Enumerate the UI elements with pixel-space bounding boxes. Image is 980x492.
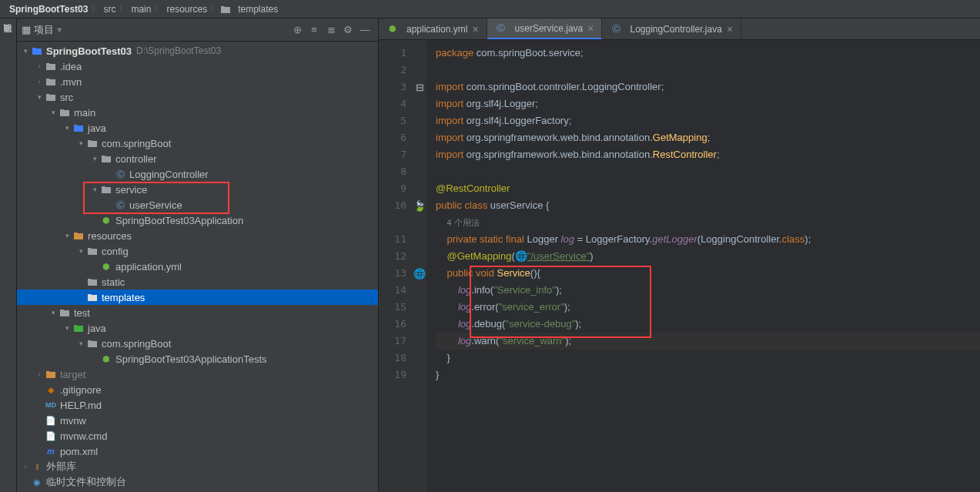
spring-icon: ⬢ (100, 260, 112, 273)
sidebar-header: ▦项目 ▾ ⊕ ≡ ≣ ⚙ — (17, 18, 378, 42)
spring-icon: ⬢ (100, 214, 112, 226)
spring-gutter-icon[interactable]: 🍃 (413, 197, 426, 214)
folder-icon (59, 106, 71, 119)
tree-node-templates[interactable]: templates (17, 290, 378, 305)
maven-icon: m (45, 445, 57, 457)
tree-node-java[interactable]: ▾java (17, 120, 378, 136)
tab-user-service[interactable]: ⒸuserService.java× (487, 18, 603, 39)
tree-node-test[interactable]: ▾test (17, 305, 378, 320)
test-folder-icon (72, 322, 85, 334)
web-gutter-icon[interactable]: 🌐 (413, 265, 426, 282)
tree-node-pkg[interactable]: ▾com.springBoot (17, 136, 378, 151)
tree-node-service[interactable]: ▾service (17, 182, 378, 197)
class-icon: Ⓒ (495, 22, 507, 35)
tab-application-yml[interactable]: ⬢application.yml× (379, 18, 487, 39)
close-icon[interactable]: × (472, 23, 478, 35)
tree-node-resources[interactable]: ▾resources (17, 228, 378, 243)
folder-icon (219, 3, 232, 15)
code-editor[interactable]: 12345678910111213141516171819 ⊟ 🍃 🌐 pack… (379, 40, 980, 492)
project-sidebar: ▦项目 ▾ ⊕ ≡ ≣ ⚙ — ▾SpringBootTest03D:\Spri… (17, 18, 379, 492)
package-icon (100, 152, 112, 165)
tree-node-main[interactable]: ▾main (17, 105, 378, 120)
editor-tabs: ⬢application.yml× ⒸuserService.java× ⒸLo… (379, 18, 980, 40)
tree-leaf-logging-controller[interactable]: ⒸLoggingController (17, 166, 378, 182)
tree-leaf-mvnw[interactable]: 📄mvnw (17, 413, 378, 428)
scratch-icon: ◉ (31, 476, 43, 488)
spring-icon: ⬢ (386, 23, 399, 35)
tree-node-target[interactable]: ›target (17, 366, 378, 382)
package-icon (100, 183, 112, 196)
tree-leaf-help[interactable]: MDHELP.md (17, 397, 378, 413)
file-icon: 📄 (45, 430, 57, 442)
tree-leaf-app-tests[interactable]: ⬢SpringBootTest03ApplicationTests (17, 351, 378, 366)
expand-icon[interactable]: ≡ (306, 22, 323, 38)
tree-node-idea[interactable]: ›.idea (17, 59, 378, 74)
project-tool-icon[interactable]: ▦ (2, 22, 12, 32)
file-icon: 📄 (45, 414, 57, 427)
collapse-icon[interactable]: ≣ (323, 22, 339, 38)
folder-icon (45, 60, 57, 72)
project-tool-label[interactable]: 项目 (2, 35, 15, 45)
tree-external-libs[interactable]: ›⦀外部库 (17, 459, 378, 474)
libraries-icon: ⦀ (31, 460, 43, 473)
editor-gutter: ⊟ 🍃 🌐 (413, 40, 426, 492)
tree-node-test-pkg[interactable]: ▾com.springBoot (17, 336, 378, 351)
folder-icon (86, 245, 99, 257)
tree-scratches[interactable]: ◉临时文件和控制台 (17, 474, 378, 490)
line-numbers: 12345678910111213141516171819 (379, 40, 413, 492)
settings-icon[interactable]: ⚙ (339, 22, 356, 38)
tree-leaf-app[interactable]: ⬢SpringBootTest03Application (17, 213, 378, 228)
close-icon[interactable]: × (587, 22, 594, 35)
folder-icon (59, 306, 71, 319)
tree-node-src[interactable]: ▾src (17, 89, 378, 105)
tree-node-controller[interactable]: ▾controller (17, 151, 378, 166)
project-tree: ▾SpringBootTest03D:\SpringBootTest03 ›.i… (17, 42, 378, 492)
project-icon: ▦ (22, 24, 31, 35)
tree-leaf-user-service[interactable]: ⒸuserService (17, 197, 378, 213)
locate-icon[interactable]: ⊕ (289, 22, 306, 38)
spring-icon: ⬢ (100, 353, 112, 365)
tree-node-static[interactable]: static (17, 274, 378, 290)
package-icon (86, 137, 99, 149)
folder-icon (86, 276, 99, 288)
tree-node-test-java[interactable]: ▾java (17, 320, 378, 336)
resources-folder-icon (72, 229, 85, 242)
tree-leaf-mvnwcmd[interactable]: 📄mvnw.cmd (17, 428, 378, 443)
close-icon[interactable]: × (727, 23, 733, 35)
tree-node-mvn[interactable]: ›.mvn (17, 74, 378, 89)
tree-leaf-yml[interactable]: ⬢application.yml (17, 259, 378, 274)
class-icon: Ⓒ (114, 168, 126, 180)
module-icon (31, 45, 43, 57)
class-icon: Ⓒ (114, 199, 126, 211)
class-icon: Ⓒ (610, 23, 622, 35)
tree-leaf-gitignore[interactable]: ◆.gitignore (17, 382, 378, 397)
tool-window-bar: ▦ 项目 (0, 18, 17, 492)
breadcrumbs[interactable]: SpringBootTest03〉 src〉 main〉 resources〉 … (0, 0, 980, 18)
tree-leaf-pom[interactable]: mpom.xml (17, 443, 378, 459)
code-content[interactable]: package com.springBoot.service; import c… (426, 40, 980, 492)
folder-icon (45, 91, 57, 103)
folder-icon (45, 368, 57, 380)
sidebar-title: 项目 (34, 23, 54, 37)
tree-node-config[interactable]: ▾config (17, 243, 378, 259)
tree-root[interactable]: ▾SpringBootTest03D:\SpringBootTest03 (17, 43, 378, 59)
folder-icon (45, 75, 57, 88)
md-icon: MD (45, 399, 57, 411)
editor-area: ⬢application.yml× ⒸuserService.java× ⒸLo… (379, 18, 980, 492)
file-icon: ◆ (45, 383, 57, 396)
folder-icon (86, 291, 99, 303)
hide-icon[interactable]: — (356, 22, 373, 38)
package-icon (86, 337, 99, 350)
source-folder-icon (72, 122, 85, 134)
tab-logging-controller[interactable]: ⒸLoggingController.java× (602, 18, 741, 39)
